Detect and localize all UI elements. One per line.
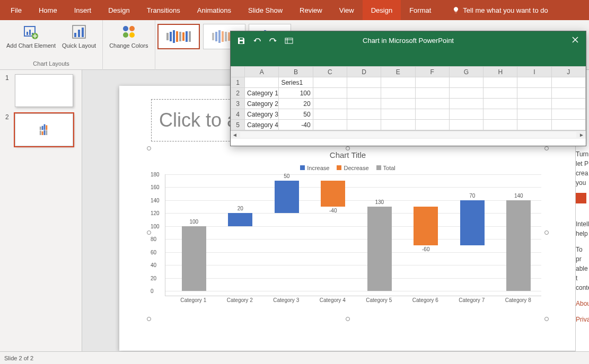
tab-animations[interactable]: Animations — [189, 0, 240, 20]
chart-legend[interactable]: Increase Decrease Total — [149, 165, 547, 171]
scroll-left-icon[interactable]: ◄ — [231, 131, 239, 139]
cell[interactable] — [517, 77, 551, 88]
tab-chart-format[interactable]: Format — [401, 0, 439, 20]
row-header[interactable]: 5 — [231, 120, 245, 130]
cell[interactable]: 20 — [279, 99, 313, 109]
bar[interactable]: -60 — [414, 207, 438, 245]
cell[interactable] — [415, 109, 449, 120]
bar[interactable]: -40 — [321, 181, 345, 207]
cell[interactable] — [381, 99, 415, 109]
cell[interactable] — [381, 77, 415, 88]
chart-data-editor[interactable]: Chart in Microsoft PowerPoint ABCDEFGHIJ… — [230, 31, 586, 146]
chart-style-1[interactable] — [157, 24, 200, 49]
cell[interactable] — [483, 109, 517, 120]
row-header[interactable]: 4 — [231, 109, 245, 120]
tab-transitions[interactable]: Transitions — [138, 0, 189, 20]
tell-me[interactable]: Tell me what you want to do — [444, 0, 556, 20]
column-header[interactable]: G — [449, 67, 483, 77]
cell[interactable] — [449, 109, 483, 120]
tab-chart-design[interactable]: Design — [363, 0, 401, 20]
scroll-right-icon[interactable]: ► — [577, 131, 586, 139]
cell[interactable] — [313, 77, 347, 88]
cell[interactable] — [517, 109, 551, 120]
bar[interactable]: 130 — [367, 207, 392, 291]
chart-title[interactable]: Chart Title — [149, 148, 547, 159]
tab-slideshow[interactable]: Slide Show — [240, 0, 291, 20]
tab-review[interactable]: Review — [291, 0, 331, 20]
cell[interactable] — [551, 109, 585, 120]
cell[interactable] — [449, 99, 483, 109]
privacy-link[interactable]: Priva — [576, 316, 589, 323]
cell[interactable] — [551, 77, 585, 88]
horizontal-scrollbar[interactable]: ◄ ► — [231, 130, 586, 139]
column-header[interactable]: D — [347, 67, 381, 77]
cell[interactable] — [517, 99, 551, 109]
cell[interactable]: Category 4 — [245, 120, 279, 130]
row-header[interactable]: 1 — [231, 77, 245, 88]
bar[interactable]: 70 — [460, 200, 485, 246]
spreadsheet[interactable]: ABCDEFGHIJ1Series12Category 11003Categor… — [231, 66, 586, 130]
cell[interactable] — [483, 77, 517, 88]
cell[interactable] — [517, 120, 551, 130]
cell[interactable]: Series1 — [279, 77, 313, 88]
about-link[interactable]: Abou — [576, 300, 589, 307]
close-button[interactable] — [571, 35, 582, 46]
column-header[interactable]: E — [381, 67, 415, 77]
tab-insert[interactable]: Insert — [66, 0, 100, 20]
cell[interactable] — [483, 120, 517, 130]
cell[interactable] — [551, 99, 585, 109]
cell[interactable] — [347, 120, 381, 130]
chart-object[interactable]: Chart Title Increase Decrease Total 0204… — [149, 148, 547, 321]
cell[interactable] — [347, 99, 381, 109]
cell[interactable] — [313, 120, 347, 130]
cell[interactable]: Category 3 — [245, 109, 279, 120]
plot-area[interactable]: 0204060801001201401601801002050-40130-60… — [165, 174, 541, 296]
column-header[interactable]: A — [245, 67, 279, 77]
bar[interactable]: 100 — [182, 226, 206, 291]
column-header[interactable]: C — [313, 67, 347, 77]
column-header[interactable]: B — [279, 67, 313, 77]
column-header[interactable]: J — [551, 67, 585, 77]
bar[interactable]: 20 — [228, 213, 252, 226]
tab-design[interactable]: Design — [100, 0, 138, 20]
column-header[interactable]: H — [483, 67, 517, 77]
cell[interactable] — [551, 88, 585, 99]
bar[interactable]: 50 — [275, 181, 299, 213]
change-colors-button[interactable]: Change Colors — [107, 22, 150, 50]
cell[interactable] — [415, 88, 449, 99]
tab-file[interactable]: File — [2, 0, 30, 20]
cell[interactable] — [313, 109, 347, 120]
cell[interactable]: -40 — [279, 120, 313, 130]
cell[interactable] — [347, 88, 381, 99]
tab-view[interactable]: View — [331, 0, 363, 20]
cell[interactable] — [415, 99, 449, 109]
bar[interactable]: 140 — [506, 200, 531, 291]
cell[interactable] — [313, 99, 347, 109]
cell[interactable] — [245, 77, 279, 88]
cell[interactable]: 50 — [279, 109, 313, 120]
column-header[interactable]: F — [415, 67, 449, 77]
column-header[interactable]: I — [517, 67, 551, 77]
cell[interactable] — [313, 88, 347, 99]
cell[interactable] — [415, 77, 449, 88]
cell[interactable] — [551, 120, 585, 130]
cell[interactable] — [483, 99, 517, 109]
cell[interactable]: Category 2 — [245, 99, 279, 109]
cell[interactable] — [449, 88, 483, 99]
cell[interactable] — [483, 88, 517, 99]
quick-layout-button[interactable]: Quick Layout — [60, 22, 98, 50]
cell[interactable] — [347, 77, 381, 88]
slide-thumb-2[interactable]: 2 — [5, 113, 76, 146]
tab-home[interactable]: Home — [30, 0, 66, 20]
add-chart-element-button[interactable]: Add Chart Element — [4, 22, 58, 50]
cell[interactable] — [347, 109, 381, 120]
row-header[interactable]: 2 — [231, 88, 245, 99]
cell[interactable] — [381, 109, 415, 120]
cell[interactable] — [415, 120, 449, 130]
cell[interactable] — [449, 77, 483, 88]
cell[interactable] — [381, 120, 415, 130]
cell[interactable] — [381, 88, 415, 99]
cell[interactable]: 100 — [279, 88, 313, 99]
cell[interactable]: Category 1 — [245, 88, 279, 99]
slide-thumb-1[interactable]: 1 — [5, 74, 76, 107]
